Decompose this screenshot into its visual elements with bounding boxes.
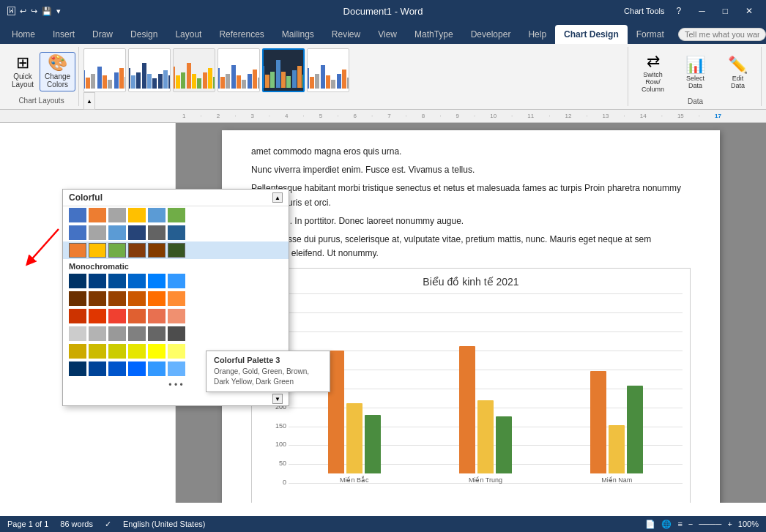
close-button[interactable]: ✕ [740, 3, 759, 19]
swatch-3-3[interactable] [108, 243, 126, 258]
mono-2-6[interactable] [168, 291, 185, 306]
tab-developer[interactable]: Developer [462, 25, 520, 44]
swatch-3-5[interactable] [148, 243, 166, 258]
mono-5-5[interactable] [148, 344, 166, 359]
tab-view[interactable]: View [369, 25, 406, 44]
mono-4-6[interactable] [168, 326, 185, 341]
mono-2-2[interactable] [89, 291, 106, 306]
mono-4-2[interactable] [89, 326, 106, 341]
tab-chart-design[interactable]: Chart Design [555, 25, 628, 44]
panel-scroll-down[interactable]: ▼ [272, 394, 283, 404]
quick-access-redo[interactable]: ↪ [31, 7, 37, 16]
chart-style-3[interactable] [173, 48, 215, 92]
tab-references[interactable]: References [210, 25, 272, 44]
window-title: Document1 - Word [343, 6, 423, 17]
chart-style-2[interactable] [128, 48, 171, 92]
swatch-1-3[interactable] [108, 208, 126, 222]
mono-5-2[interactable] [89, 344, 106, 359]
scroll-up-btn[interactable]: ▲ [83, 92, 95, 110]
select-data-button[interactable]: 📊 SelectData [675, 48, 715, 96]
mono-6-3[interactable] [108, 361, 126, 376]
edit-data-button[interactable]: ✏️ EditData [718, 48, 758, 96]
swatch-1-1[interactable] [69, 208, 86, 222]
quick-access-save[interactable]: 💾 [42, 7, 52, 16]
quick-access-more[interactable]: ▾ [56, 7, 61, 16]
view-outline-icon[interactable]: ≡ [677, 520, 682, 529]
swatch-1-6[interactable] [168, 208, 185, 222]
mono-4-1[interactable] [69, 326, 86, 341]
switch-row-column-button[interactable]: ⇄ Switch Row/Column [633, 48, 673, 96]
swatch-1-5[interactable] [148, 208, 166, 222]
mono-1-4[interactable] [128, 274, 146, 288]
zoom-slider[interactable]: ──── [699, 520, 721, 529]
swatch-3-6[interactable] [168, 243, 185, 258]
mono-6-5[interactable] [148, 361, 166, 376]
minimize-button[interactable]: ─ [693, 3, 711, 19]
mono-6-1[interactable] [69, 361, 86, 376]
mono-6-2[interactable] [89, 361, 106, 376]
tab-layout[interactable]: Layout [166, 25, 210, 44]
mono-1-6[interactable] [168, 274, 185, 288]
mono-3-2[interactable] [89, 309, 106, 323]
tab-insert[interactable]: Insert [44, 25, 83, 44]
tab-help[interactable]: Help [519, 25, 555, 44]
proofing-icon[interactable]: ✓ [105, 520, 111, 529]
zoom-out-btn[interactable]: − [688, 520, 693, 529]
mono-4-4[interactable] [128, 326, 146, 341]
tab-format[interactable]: Format [628, 25, 673, 44]
swatch-2-6[interactable] [168, 225, 185, 240]
chart-style-6[interactable] [307, 48, 349, 92]
mono-1-3[interactable] [108, 274, 126, 288]
mono-3-3[interactable] [108, 309, 126, 323]
mono-4-5[interactable] [148, 326, 166, 341]
swatch-3-1[interactable] [69, 243, 86, 258]
swatch-3-4[interactable] [128, 243, 146, 258]
mono-2-5[interactable] [148, 291, 166, 306]
mono-3-5[interactable] [148, 309, 166, 323]
chart-style-1[interactable] [83, 48, 126, 92]
swatch-1-4[interactable] [128, 208, 146, 222]
mono-6-6[interactable] [168, 361, 185, 376]
mono-3-1[interactable] [69, 309, 86, 323]
mono-1-2[interactable] [89, 274, 106, 288]
chart-style-5[interactable] [262, 48, 305, 92]
view-print-icon[interactable]: 📄 [645, 520, 655, 529]
panel-scroll-up[interactable]: ▲ [272, 192, 283, 203]
more-dots[interactable]: • • • [168, 380, 182, 390]
swatch-2-5[interactable] [148, 225, 166, 240]
tab-mathtype[interactable]: MathType [406, 25, 462, 44]
mono-5-4[interactable] [128, 344, 146, 359]
mono-2-4[interactable] [128, 291, 146, 306]
swatch-1-2[interactable] [89, 208, 106, 222]
tab-draw[interactable]: Draw [83, 25, 122, 44]
tell-me-input[interactable] [678, 28, 766, 41]
view-web-icon[interactable]: 🌐 [661, 520, 672, 529]
mono-5-6[interactable] [168, 344, 185, 359]
quick-layout-button[interactable]: ⊞ QuickLayout [7, 53, 38, 91]
mono-5-3[interactable] [108, 344, 126, 359]
tab-review[interactable]: Review [323, 25, 369, 44]
change-colors-button[interactable]: 🎨 ChangeColors [40, 52, 75, 91]
swatch-2-2[interactable] [89, 225, 106, 240]
mono-5-1[interactable] [69, 344, 86, 359]
chart-style-4[interactable] [217, 48, 260, 92]
mono-1-5[interactable] [148, 274, 166, 288]
mono-2-3[interactable] [108, 291, 126, 306]
mono-4-3[interactable] [108, 326, 126, 341]
swatch-2-4[interactable] [128, 225, 146, 240]
mono-3-6[interactable] [168, 309, 185, 323]
tab-home[interactable]: Home [3, 25, 44, 44]
help-button[interactable]: ? [671, 3, 688, 19]
mono-2-1[interactable] [69, 291, 86, 306]
tab-design[interactable]: Design [122, 25, 166, 44]
mono-3-4[interactable] [128, 309, 146, 323]
swatch-2-3[interactable] [108, 225, 126, 240]
quick-access-undo[interactable]: ↩ [20, 7, 26, 16]
tab-mailings[interactable]: Mailings [273, 25, 323, 44]
zoom-in-btn[interactable]: + [727, 520, 732, 529]
restore-button[interactable]: □ [717, 3, 734, 19]
swatch-3-2[interactable] [89, 243, 106, 258]
mono-6-4[interactable] [128, 361, 146, 376]
swatch-2-1[interactable] [69, 225, 86, 240]
mono-1-1[interactable] [69, 274, 86, 288]
